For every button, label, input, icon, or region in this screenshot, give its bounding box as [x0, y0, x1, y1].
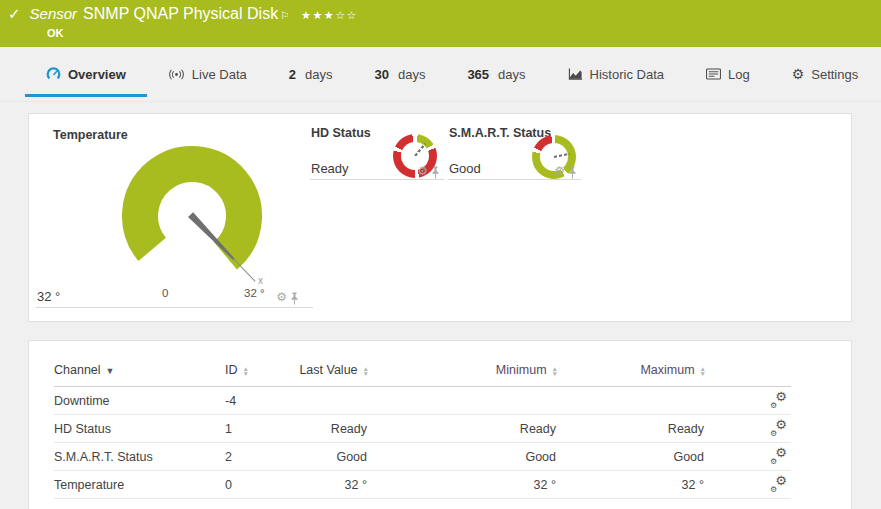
channel-settings-gear-icon[interactable] [770, 419, 787, 435]
cell-channel[interactable]: Downtime [54, 387, 225, 415]
flag-icon[interactable]: ⚐ [280, 10, 289, 21]
cell-id: -4 [225, 387, 290, 415]
gauge-needle [414, 143, 426, 157]
sensor-status-badge: OK [47, 27, 64, 39]
table-row[interactable]: HD Status 1 Ready Ready Ready [54, 415, 791, 443]
cell-minimum: Ready [369, 415, 558, 443]
sort-icon: ▲▼ [363, 366, 369, 376]
column-header-id[interactable]: ID▲▼ [225, 363, 290, 387]
tab-live-data-label: Live Data [192, 67, 247, 82]
temperature-value: 32 ° [37, 289, 60, 304]
cell-maximum: 32 ° [558, 471, 706, 499]
tab-overview-label: Overview [68, 67, 126, 82]
cell-channel[interactable]: HD Status [54, 415, 225, 443]
column-header-edit [706, 363, 791, 387]
tab-2-days-unit: days [305, 67, 332, 82]
sensor-title: SNMP QNAP Physical Disk [83, 5, 278, 23]
tab-historic-data[interactable]: Historic Data [547, 47, 685, 101]
channel-settings-gear-icon[interactable] [770, 447, 787, 463]
column-header-minimum[interactable]: Minimum▲▼ [369, 363, 558, 387]
cell-channel[interactable]: Temperature [54, 471, 225, 499]
cell-id: 1 [225, 415, 290, 443]
tab-30-days[interactable]: 30 days [353, 47, 446, 101]
smart-status-gauge-tile: S.M.A.R.T. Status Good [448, 122, 581, 180]
gear-icon[interactable] [276, 287, 287, 305]
hd-status-gauge-tile: HD Status Ready [310, 122, 444, 180]
pin-icon[interactable] [431, 166, 440, 179]
status-check-icon: ✓ [8, 5, 21, 23]
pin-icon[interactable] [290, 292, 299, 305]
tab-30-days-unit: days [398, 67, 425, 82]
tab-30-days-number: 30 [374, 67, 388, 82]
channel-table: Channel▼ ID▲▼ Last Value▲▼ Minimum▲▼ Max… [54, 363, 791, 499]
smart-status-value: Good [449, 161, 481, 176]
tab-2-days[interactable]: 2 days [268, 47, 354, 101]
pin-icon[interactable] [568, 166, 577, 179]
sort-icon: ▲▼ [552, 366, 558, 376]
live-data-icon [168, 68, 185, 81]
gear-icon[interactable] [417, 161, 428, 179]
tab-log-label: Log [728, 67, 750, 82]
cell-last-value: 32 ° [290, 471, 369, 499]
tab-live-data[interactable]: Live Data [147, 47, 268, 101]
cell-minimum: Good [369, 443, 558, 471]
tab-365-days-unit: days [498, 67, 525, 82]
log-icon [706, 68, 721, 80]
channel-settings-gear-icon[interactable] [770, 391, 787, 407]
priority-stars[interactable]: ★★★☆☆ [301, 9, 358, 22]
hd-status-value: Ready [311, 161, 349, 176]
sort-icon: ▲▼ [243, 366, 249, 376]
cell-minimum: 32 ° [369, 471, 558, 499]
sort-desc-icon: ▼ [106, 366, 115, 376]
cell-id: 2 [225, 443, 290, 471]
table-row[interactable]: Downtime -4 [54, 387, 791, 415]
column-header-maximum[interactable]: Maximum▲▼ [558, 363, 706, 387]
column-header-last-value[interactable]: Last Value▲▼ [290, 363, 369, 387]
cell-maximum: Ready [558, 415, 706, 443]
tab-overview[interactable]: Overview [25, 47, 147, 101]
object-kind-label: Sensor [30, 5, 78, 22]
tab-2-days-number: 2 [289, 67, 296, 82]
cell-last-value: Ready [290, 415, 369, 443]
gauge-needle [554, 153, 570, 158]
cell-maximum [558, 387, 706, 415]
gauge-icon [46, 67, 61, 82]
sensor-header: ✓ Sensor SNMP QNAP Physical Disk ⚐ ★★★☆☆… [0, 0, 881, 47]
cell-id: 0 [225, 471, 290, 499]
cell-last-value: Good [290, 443, 369, 471]
tab-historic-data-label: Historic Data [590, 67, 664, 82]
tab-log[interactable]: Log [685, 47, 771, 101]
channel-table-panel: Channel▼ ID▲▼ Last Value▲▼ Minimum▲▼ Max… [28, 340, 852, 509]
gauge-scale-max: 32 ° [244, 287, 265, 299]
tab-settings-label: Settings [811, 67, 858, 82]
tab-365-days-number: 365 [467, 67, 489, 82]
cell-maximum: Good [558, 443, 706, 471]
table-header-row: Channel▼ ID▲▼ Last Value▲▼ Minimum▲▼ Max… [54, 363, 791, 387]
column-header-channel[interactable]: Channel▼ [54, 363, 225, 387]
sort-icon: ▲▼ [700, 366, 706, 376]
cell-minimum [369, 387, 558, 415]
channel-settings-gear-icon[interactable] [770, 475, 787, 491]
tab-bar: Overview Live Data 2 days 30 days 365 da… [0, 47, 881, 102]
overview-gauges-panel: Temperature x 0 32 ° 32 ° HD Status Read… [28, 113, 852, 322]
tab-settings[interactable]: Settings [771, 47, 880, 101]
gauge-needle-marker: x [258, 275, 263, 286]
settings-gear-icon [792, 66, 805, 82]
historic-chart-icon [568, 67, 583, 81]
temperature-gauge-tile: Temperature x 0 32 ° 32 ° [36, 122, 313, 308]
cell-last-value [290, 387, 369, 415]
gear-icon[interactable] [554, 161, 565, 179]
table-row[interactable]: Temperature 0 32 ° 32 ° 32 ° [54, 471, 791, 499]
gauge-scale-min: 0 [162, 287, 168, 299]
tab-365-days[interactable]: 365 days [446, 47, 546, 101]
table-row[interactable]: S.M.A.R.T. Status 2 Good Good Good [54, 443, 791, 471]
cell-channel[interactable]: S.M.A.R.T. Status [54, 443, 225, 471]
